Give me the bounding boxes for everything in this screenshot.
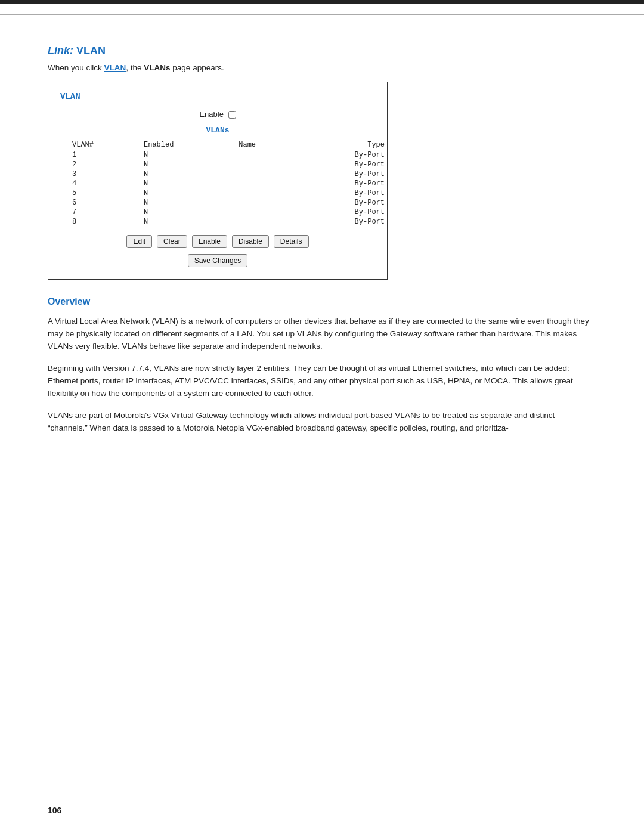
cell-enabled: N [144,208,239,217]
cell-num: 1 [72,150,144,160]
intro-bold-text: VLANs [144,63,170,72]
cell-num: 2 [72,160,144,169]
bottom-border [0,797,644,797]
cell-name [239,160,298,169]
heading-prefix: Link: [48,45,76,57]
page-heading: Link: VLAN [48,45,596,57]
vlan-link[interactable]: VLAN [104,63,126,72]
cell-type: By-Port [299,217,387,227]
clear-button[interactable]: Clear [157,235,187,248]
col-header-num: VLAN# [72,140,144,150]
cell-num: 4 [72,179,144,188]
cell-enabled: N [144,169,239,179]
cell-name [239,217,298,227]
cell-type: By-Port [299,198,387,208]
save-changes-button[interactable]: Save Changes [188,254,248,267]
enable-checkbox[interactable] [228,111,236,119]
table-row[interactable]: 5 N By-Port [72,188,387,198]
cell-type: By-Port [299,208,387,217]
cell-name [239,179,298,188]
cell-name [239,169,298,179]
save-row: Save Changes [60,254,375,267]
main-content: Link: VLAN When you click VLAN, the VLAN… [0,15,644,467]
cell-type: By-Port [299,169,387,179]
cell-enabled: N [144,217,239,227]
button-row: Edit Clear Enable Disable Details [60,235,375,248]
page-number: 106 [48,806,61,815]
cell-name [239,198,298,208]
vlans-subtitle: VLANs [60,126,375,135]
enable-row: Enable [60,110,375,119]
table-header-row: VLAN# Enabled Name Type [72,140,387,150]
intro-text-end: page appears. [171,63,224,72]
overview-heading: Overview [48,296,596,307]
table-row[interactable]: 8 N By-Port [72,217,387,227]
vlan-box-title: VLAN [60,92,375,101]
col-header-enabled: Enabled [144,140,239,150]
cell-enabled: N [144,198,239,208]
enable-button[interactable]: Enable [192,235,227,248]
heading-title: VLAN [76,45,106,57]
cell-num: 5 [72,188,144,198]
table-row[interactable]: 3 N By-Port [72,169,387,179]
col-header-name: Name [239,140,298,150]
cell-type: By-Port [299,179,387,188]
cell-enabled: N [144,150,239,160]
table-row[interactable]: 2 N By-Port [72,160,387,169]
vlan-table: VLAN# Enabled Name Type 1 N By-Port 2 N … [72,140,387,227]
table-row[interactable]: 4 N By-Port [72,179,387,188]
overview-para-1: A Virtual Local Area Network (VLAN) is a… [48,315,596,353]
disable-button[interactable]: Disable [232,235,269,248]
details-button[interactable]: Details [274,235,309,248]
intro-paragraph: When you click VLAN, the VLANs page appe… [48,63,596,72]
cell-num: 3 [72,169,144,179]
cell-name [239,150,298,160]
enable-label: Enable [199,110,223,119]
table-row[interactable]: 1 N By-Port [72,150,387,160]
cell-enabled: N [144,188,239,198]
cell-num: 6 [72,198,144,208]
table-row[interactable]: 7 N By-Port [72,208,387,217]
cell-name [239,208,298,217]
cell-type: By-Port [299,150,387,160]
cell-num: 8 [72,217,144,227]
edit-button[interactable]: Edit [126,235,152,248]
top-border [0,0,644,4]
cell-name [239,188,298,198]
vlan-box: VLAN Enable VLANs VLAN# Enabled Name Typ… [48,82,388,280]
col-header-type: Type [299,140,387,150]
intro-text-before: When you click [48,63,104,72]
cell-enabled: N [144,179,239,188]
cell-type: By-Port [299,160,387,169]
overview-para-3: VLANs are part of Motorola's VGx Virtual… [48,410,596,435]
overview-para-2: Beginning with Version 7.7.4, VLANs are … [48,363,596,400]
table-row[interactable]: 6 N By-Port [72,198,387,208]
intro-text-after: , the [126,63,144,72]
cell-num: 7 [72,208,144,217]
cell-enabled: N [144,160,239,169]
cell-type: By-Port [299,188,387,198]
